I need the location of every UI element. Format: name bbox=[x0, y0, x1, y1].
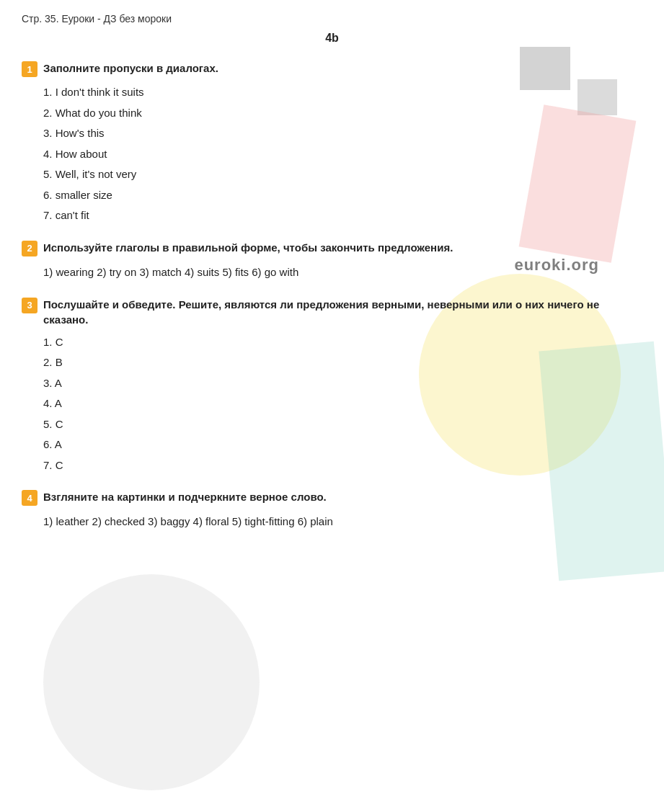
section-4-content: 1) leather 2) checked 3) baggy 4) floral… bbox=[22, 513, 642, 530]
watermark-gray-arc bbox=[43, 574, 260, 790]
section-4-number: 4 bbox=[22, 490, 37, 506]
section-1-content: 1. I don't think it suits 2. What do you… bbox=[22, 84, 642, 224]
section-2-content: 1) wearing 2) try on 3) match 4) suits 5… bbox=[22, 264, 642, 281]
list-item: 5. C bbox=[43, 416, 642, 433]
list-item: 1. I don't think it suits bbox=[43, 84, 642, 101]
list-item: 1. C bbox=[43, 334, 642, 351]
section-4: 4 Взгляните на картинки и подчеркните ве… bbox=[22, 489, 642, 530]
section-3: 3 Послушайте и обведите. Решите, являютс… bbox=[22, 297, 642, 474]
section-1-title: Заполните пропуски в диалогах. bbox=[43, 61, 218, 76]
list-item: 2. B bbox=[43, 354, 642, 371]
section-3-title: Послушайте и обведите. Решите, являются … bbox=[43, 297, 642, 327]
section-2-title: Используйте глаголы в правильной форме, … bbox=[43, 240, 453, 255]
section-1: 1 Заполните пропуски в диалогах. 1. I do… bbox=[22, 61, 642, 224]
list-item: 6. A bbox=[43, 437, 642, 453]
list-item: 7. can't fit bbox=[43, 208, 642, 224]
section-1-header: 1 Заполните пропуски в диалогах. bbox=[22, 61, 642, 77]
page-content: Стр. 35. Еуроки - ДЗ без мороки 4b 1 Зап… bbox=[22, 13, 642, 530]
list-item: 2. What do you think bbox=[43, 105, 642, 122]
section-4-header: 4 Взгляните на картинки и подчеркните ве… bbox=[22, 489, 642, 506]
section-3-number: 3 bbox=[22, 298, 37, 313]
section-2: 2 Используйте глаголы в правильной форме… bbox=[22, 240, 642, 281]
list-item: 4. How about bbox=[43, 146, 642, 163]
list-item: 6. smaller size bbox=[43, 187, 642, 204]
section-2-header: 2 Используйте глаголы в правильной форме… bbox=[22, 240, 642, 256]
page-header: Стр. 35. Еуроки - ДЗ без мороки bbox=[22, 13, 642, 24]
page-title: 4b bbox=[22, 32, 642, 45]
section-4-title: Взгляните на картинки и подчеркните верн… bbox=[43, 489, 327, 504]
list-item: 3. How's this bbox=[43, 125, 642, 142]
list-item: 1) leather 2) checked 3) baggy 4) floral… bbox=[43, 513, 642, 530]
section-3-header: 3 Послушайте и обведите. Решите, являютс… bbox=[22, 297, 642, 327]
list-item: 1) wearing 2) try on 3) match 4) suits 5… bbox=[43, 264, 642, 281]
list-item: 5. Well, it's not very bbox=[43, 166, 642, 183]
list-item: 4. A bbox=[43, 396, 642, 412]
list-item: 7. C bbox=[43, 458, 642, 474]
section-2-number: 2 bbox=[22, 241, 37, 256]
list-item: 3. A bbox=[43, 375, 642, 392]
section-3-content: 1. C 2. B 3. A 4. A 5. C 6. A 7. C bbox=[22, 334, 642, 474]
section-1-number: 1 bbox=[22, 61, 37, 77]
